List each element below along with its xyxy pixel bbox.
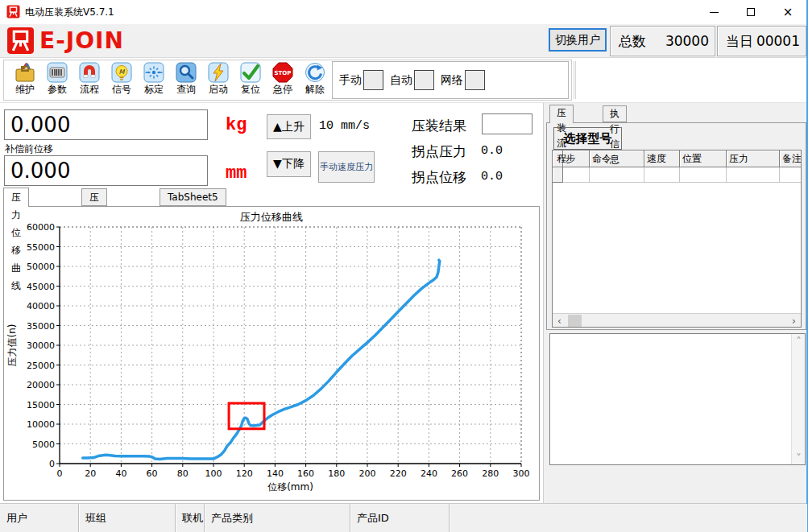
total-value: 30000 xyxy=(665,33,709,49)
today-count-panel: 当日 00001 xyxy=(717,26,806,56)
close-button[interactable]: × xyxy=(769,0,806,24)
displacement-unit-label: mm xyxy=(226,163,247,184)
status-user-panel: 用户 xyxy=(0,504,79,532)
knee-force-value: 0.0 xyxy=(481,144,503,158)
jog-up-button[interactable]: ▲上升 xyxy=(267,114,311,139)
status-team-panel: 班组 xyxy=(79,504,176,532)
minimize-button[interactable] xyxy=(695,0,732,24)
parameters-button[interactable]: 参数 xyxy=(41,61,73,98)
col-force: 压力 xyxy=(727,151,780,167)
svg-text:260: 260 xyxy=(451,468,468,479)
reset-button[interactable]: 复位 xyxy=(234,61,267,98)
status-empty-panel xyxy=(450,504,806,532)
svg-text:40: 40 xyxy=(115,468,126,479)
table-header-row: 步 命令 速度 位置 压力 备注 xyxy=(553,151,801,167)
listbox-vertical-scrollbar[interactable]: ˄ ˅ xyxy=(791,334,805,464)
mode-auto: 自动 xyxy=(390,70,434,90)
svg-text:15000: 15000 xyxy=(27,400,55,410)
maintenance-button[interactable]: 维护 xyxy=(9,61,41,98)
svg-text:10000: 10000 xyxy=(27,419,55,430)
pre-displacement-label: 补偿前位移 xyxy=(5,142,53,156)
displacement-display-input[interactable] xyxy=(4,155,208,186)
maximize-button[interactable] xyxy=(732,0,769,24)
toolbox-icon xyxy=(14,61,36,84)
toolbar-separator xyxy=(574,61,576,99)
scroll-up-icon[interactable]: ˄ xyxy=(792,334,806,348)
press-result-label: 压装结果 xyxy=(412,117,466,135)
svg-text:20000: 20000 xyxy=(27,380,55,390)
jog-down-button[interactable]: ▼下降 xyxy=(267,151,311,177)
today-label: 当日 xyxy=(726,32,753,51)
mode-group: 手动 自动 网络 xyxy=(332,61,569,99)
svg-text:位移(mm): 位移(mm) xyxy=(267,481,313,493)
process-button[interactable]: 流程 xyxy=(73,61,106,98)
svg-text:20: 20 xyxy=(85,468,96,479)
process-steps-table[interactable]: 步 命令 速度 位置 压力 备注 ‹ › xyxy=(552,150,802,328)
tab-tabsheet5[interactable]: TabSheet5 xyxy=(160,188,226,206)
svg-text:45000: 45000 xyxy=(27,282,55,292)
ejoin-logo-icon xyxy=(6,27,35,55)
mode-network: 网络 xyxy=(441,70,485,90)
switch-user-button[interactable]: 切换用户 xyxy=(549,28,607,52)
stop-icon: STOP xyxy=(271,61,294,84)
scroll-down-icon[interactable]: ˅ xyxy=(792,451,806,464)
svg-text:120: 120 xyxy=(236,468,253,479)
today-value: 00001 xyxy=(756,33,800,49)
svg-text:5000: 5000 xyxy=(32,439,55,450)
magnet-icon xyxy=(78,61,101,84)
svg-text:M: M xyxy=(119,68,126,76)
app-window: 电动压装系统V5.7.1 × E-JOIN 切换用户 总数 30000 当日 0… xyxy=(0,0,808,532)
release-button[interactable]: 解除 xyxy=(299,61,331,98)
crosshair-icon xyxy=(143,61,165,84)
force-display-input[interactable] xyxy=(4,109,208,140)
status-bar: 用户 班组 联机 产品类别 产品ID xyxy=(0,503,806,532)
bulb-icon: M xyxy=(110,61,133,84)
svg-text:240: 240 xyxy=(421,468,437,479)
col-step: 步 xyxy=(563,151,590,167)
tab-execution-info[interactable]: 执行信息 xyxy=(603,105,627,122)
auto-indicator[interactable] xyxy=(414,70,434,90)
svg-text:压力值(n): 压力值(n) xyxy=(6,324,18,367)
svg-text:160: 160 xyxy=(297,468,314,479)
force-unit-label: kg xyxy=(226,115,247,135)
undo-icon xyxy=(304,61,326,84)
svg-text:50000: 50000 xyxy=(27,262,55,272)
maximize-icon xyxy=(747,8,755,16)
status-online-panel: 联机 xyxy=(176,504,205,532)
scroll-left-icon[interactable]: ‹ xyxy=(553,314,566,328)
manual-speed-pressure-button[interactable]: 手动速度压力 xyxy=(318,151,375,183)
svg-text:200: 200 xyxy=(359,468,376,479)
query-button[interactable]: 查询 xyxy=(170,61,202,98)
svg-text:300: 300 xyxy=(513,468,530,479)
svg-text:STOP: STOP xyxy=(275,70,292,76)
table-horizontal-scrollbar[interactable]: ‹ › xyxy=(553,313,801,327)
tab-press-process[interactable]: 压装流程 xyxy=(549,105,574,123)
svg-text:55000: 55000 xyxy=(27,242,55,253)
estop-button[interactable]: STOP 急停 xyxy=(267,61,299,98)
calibration-button[interactable]: 标定 xyxy=(138,61,170,98)
svg-text:280: 280 xyxy=(482,468,499,479)
tab-force-displacement-curve[interactable]: 压力位移曲线 xyxy=(3,188,29,207)
chart-panel: 压力位移曲线 020406080100120140160180200220240… xyxy=(3,206,540,501)
svg-text:100: 100 xyxy=(205,468,222,479)
tab-force-time-curve[interactable]: 压力时间曲线 xyxy=(81,188,107,206)
execution-log-listbox[interactable]: ˄ ˅ xyxy=(549,333,806,465)
svg-text:140: 140 xyxy=(267,468,284,479)
svg-text:60000: 60000 xyxy=(27,222,55,233)
svg-text:60: 60 xyxy=(147,468,158,479)
table-row[interactable] xyxy=(553,167,801,183)
jog-speed-text: 10 mm/s xyxy=(319,119,370,133)
svg-text:180: 180 xyxy=(328,468,345,479)
network-indicator[interactable] xyxy=(465,70,485,90)
minimize-icon xyxy=(710,12,719,13)
scrollbar-thumb[interactable] xyxy=(568,315,582,327)
force-displacement-chart: 0204060801001201401601802002202402602803… xyxy=(4,207,539,500)
signal-button[interactable]: M 信号 xyxy=(106,61,138,98)
col-position: 位置 xyxy=(680,151,727,167)
scroll-right-icon[interactable]: › xyxy=(787,314,801,328)
status-product-id-panel: 产品ID xyxy=(350,504,450,532)
svg-text:0: 0 xyxy=(57,468,63,479)
manual-indicator[interactable] xyxy=(363,70,383,90)
start-button[interactable]: 启动 xyxy=(202,61,234,98)
col-speed: 速度 xyxy=(644,151,680,167)
